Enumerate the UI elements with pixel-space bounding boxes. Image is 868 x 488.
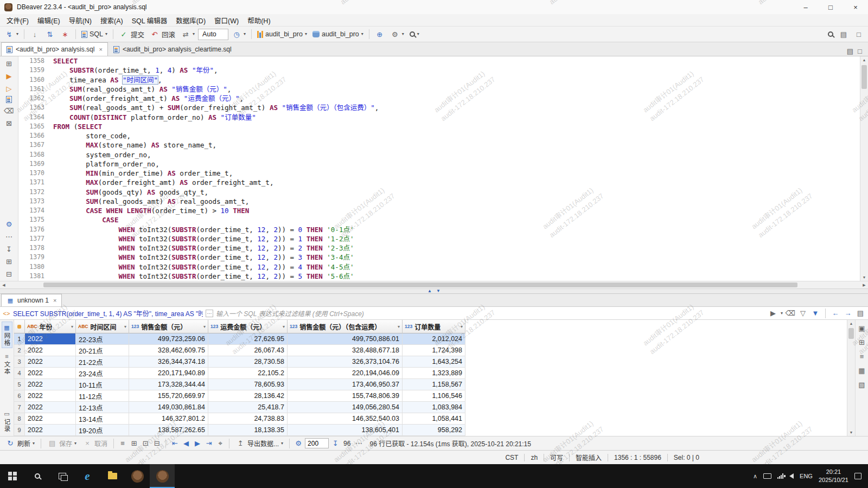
code-line[interactable]: 1371 MAX(order_freight_amt) AS order_fre… <box>18 178 860 187</box>
column-menu-icon[interactable]: ▾ <box>398 324 400 329</box>
scroll-up-icon[interactable]: ▲ <box>847 320 855 327</box>
grid-cell[interactable]: 220,171,940.89 <box>129 368 208 379</box>
grid-row-5[interactable]: 5202210-11点173,328,344.4478,605.93173,40… <box>14 379 465 390</box>
grid-cell[interactable]: 2022 <box>25 379 76 390</box>
new-script-icon[interactable]: ⊞ <box>4 256 14 266</box>
presentation-grid[interactable]: ▦ 网格 <box>2 322 12 348</box>
grid-cell[interactable]: 78,605.93 <box>208 379 288 390</box>
grid-cell[interactable]: 28,136.42 <box>208 390 288 402</box>
grid-cell[interactable]: 21-22点 <box>76 356 129 368</box>
calc-panel-icon[interactable]: ⊞ <box>857 337 867 347</box>
network-icon[interactable] <box>777 473 783 479</box>
connection-selector[interactable]: audit_bi_pro▾ <box>255 28 309 41</box>
fetch-size-input[interactable] <box>305 438 329 448</box>
grid-cell[interactable]: 149,056,280.54 <box>288 402 403 413</box>
expand-filter-icon[interactable]: ⋯ <box>206 310 213 317</box>
row-number[interactable]: 3 <box>14 356 25 368</box>
grid-row-3[interactable]: 3202221-22点326,344,374.1828,730.58326,37… <box>14 356 465 368</box>
more-icon[interactable]: ⋯ <box>354 439 363 448</box>
focus-row-icon[interactable]: ⌖ <box>215 439 225 448</box>
minimize-button[interactable]: – <box>793 0 818 14</box>
results-grid[interactable]: ABC年份▾ABC时间区间▾123销售金额（元）▾123运费金额（元）▾123销… <box>14 320 847 436</box>
new-connection-button[interactable]: ↯▾ <box>2 28 21 41</box>
menu-help[interactable]: 帮助(H) <box>243 14 275 27</box>
new-object-button[interactable]: ∗ <box>58 28 72 41</box>
scroll-right-icon[interactable]: ▶ <box>860 281 868 288</box>
search-button[interactable]: ▾ <box>407 28 422 41</box>
execute-script-icon[interactable]: ▷ <box>4 84 14 93</box>
sql-menu-button[interactable]: SQL▾ <box>79 28 110 41</box>
editor-results-splitter[interactable]: ▲ ▼ <box>0 288 868 294</box>
close-script-icon[interactable]: ⊟ <box>4 269 14 279</box>
grid-cell[interactable]: 2022 <box>25 425 76 436</box>
grid-row-8[interactable]: 8202213-14点146,327,801.224,738.83146,352… <box>14 413 465 425</box>
export-data-button[interactable]: ↥导出数据...▾ <box>233 437 285 450</box>
filter-icon[interactable]: ▼ <box>810 309 820 318</box>
column-menu-icon[interactable]: ▾ <box>461 324 463 329</box>
apply-filter-icon[interactable]: ▶ <box>768 309 778 318</box>
code-line[interactable]: 1361 SUM(real_goods_amt_t) AS "销售金额（元）", <box>18 85 860 94</box>
task-view-button[interactable] <box>50 464 75 488</box>
sync-button[interactable]: ⇅ <box>43 28 57 41</box>
taskbar-app-button[interactable] <box>125 464 150 488</box>
menu-window[interactable]: 窗口(W) <box>210 14 243 27</box>
menu-sql-editor[interactable]: SQL 编辑器 <box>127 14 172 27</box>
scroll-down-icon[interactable]: ▼ <box>847 429 855 436</box>
delete-row-icon[interactable]: ⊟ <box>152 439 162 448</box>
code-line[interactable]: 1369 platform_order_no, <box>18 159 860 169</box>
code-line[interactable]: 1364 COUNT(DISTINCT platform_order_no) A… <box>18 113 860 122</box>
settings-button[interactable]: ⚙▾ <box>388 28 406 41</box>
editor-hscrollbar[interactable]: ◀ ▶ <box>0 281 868 288</box>
code-line[interactable]: 1376 WHEN toInt32(SUBSTR(order_time_t, 1… <box>18 225 860 234</box>
code-line[interactable]: 1381 WHEN toInt32(SUBSTR(order_time_t, 1… <box>18 272 860 281</box>
close-icon[interactable]: × <box>99 46 102 53</box>
txn-log-button[interactable]: ◷▾ <box>229 28 248 41</box>
collapse-up-icon[interactable]: ▲ <box>427 289 432 293</box>
code-line[interactable]: 1378 WHEN toInt32(SUBSTR(order_time_t, 1… <box>18 243 860 253</box>
next-row-icon[interactable]: ▶ <box>193 439 202 448</box>
gear-icon[interactable]: ⚙ <box>4 219 14 229</box>
refs-panel-icon[interactable]: ▧ <box>857 380 867 389</box>
grid-cell[interactable]: 155,748,806.39 <box>288 390 403 402</box>
grid-cell[interactable]: 1,083,984 <box>403 402 465 413</box>
grid-cell[interactable]: 1,724,398 <box>403 345 465 356</box>
metadata-panel-icon[interactable]: ≡ <box>857 351 867 361</box>
panel-toggle-icon[interactable]: ▤ <box>856 309 865 318</box>
grid-cell[interactable]: 328,462,609.75 <box>129 345 208 356</box>
presentation-text[interactable]: ≡ 文本 <box>2 350 12 377</box>
action-center-icon[interactable] <box>854 473 861 479</box>
code-line[interactable]: 1380 WHEN toInt32(SUBSTR(order_time_t, 1… <box>18 262 860 272</box>
explain-plan-icon[interactable] <box>6 96 12 103</box>
grid-cell[interactable]: 149,030,861.84 <box>129 402 208 413</box>
grid-cell[interactable]: 1,058,441 <box>403 413 465 425</box>
grid-cell[interactable]: 12-13点 <box>76 402 129 413</box>
collapse-down-icon[interactable]: ▼ <box>436 289 441 293</box>
row-number[interactable]: 2 <box>14 345 25 356</box>
grid-cell[interactable]: 18,138.35 <box>208 425 288 436</box>
filter-settings-icon[interactable]: ▽ <box>798 309 808 318</box>
prev-row-icon[interactable]: ◀ <box>181 439 191 448</box>
filter-placeholder[interactable]: 输入一个 SQL 表达式来过滤结果 (使用 Ctrl+Space) <box>216 309 765 318</box>
taskbar-ie-button[interactable]: e <box>75 464 100 488</box>
row-number[interactable]: 6 <box>14 390 25 402</box>
close-icon[interactable]: × <box>53 297 56 304</box>
view-menu-icon[interactable]: ▤ <box>845 46 855 56</box>
tab-analysis-cleartime-sql[interactable]: <audit_bi_pro> analysis_cleartime.sql <box>108 42 237 56</box>
clear-filter-icon[interactable]: ⌫ <box>786 309 795 318</box>
scroll-down-icon[interactable]: ▼ <box>860 274 868 281</box>
network-button[interactable]: ⊕ <box>373 28 387 41</box>
grid-cell[interactable]: 13-14点 <box>76 413 129 425</box>
touch-keyboard-icon[interactable] <box>763 473 771 479</box>
refresh-button[interactable]: ↻刷新▾ <box>3 437 37 450</box>
results-tab-unknown1[interactable]: ▦ unknown 1 × <box>1 294 62 306</box>
grid-corner[interactable] <box>14 320 25 333</box>
maximize-editor-icon[interactable]: □ <box>855 46 865 56</box>
code-line[interactable]: 1368 system_order_no, <box>18 150 860 159</box>
grid-cell[interactable]: 22-23点 <box>76 333 129 345</box>
menu-search[interactable]: 搜索(A) <box>96 14 127 27</box>
grid-row-4[interactable]: 4202223-24点220,171,940.8922,105.2220,194… <box>14 368 465 379</box>
grid-cell[interactable]: 19-20点 <box>76 425 129 436</box>
last-row-icon[interactable]: ⇥ <box>204 439 214 448</box>
code-line[interactable]: 1373 SUM(real_goods_amt) AS real_goods_a… <box>18 197 860 206</box>
code-line[interactable]: 1375 CASE <box>18 215 860 224</box>
